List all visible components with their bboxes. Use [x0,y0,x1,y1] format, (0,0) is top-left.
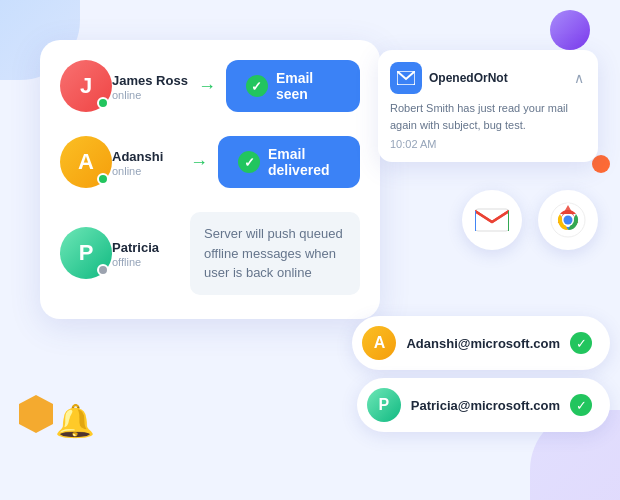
avatar-patricia: P [60,227,112,279]
email-confirm-check-adanshi: ✓ [570,332,592,354]
user-status-james: online [112,89,188,101]
email-status-james: Email seen [276,70,340,102]
email-confirm-patricia: P Patricia@microsoft.com ✓ [357,378,610,432]
user-status-patricia: offline [112,256,180,268]
status-dot-patricia [97,264,109,276]
notif-title: OpenedOrNot [429,71,508,85]
email-confirm-check-patricia: ✓ [570,394,592,416]
chrome-icon[interactable] [538,190,598,250]
email-status-adanshi: Email delivered [268,146,340,178]
notification-card: OpenedOrNot ∧ Robert Smith has just read… [378,50,598,162]
deco-hex [15,393,57,435]
svg-point-10 [564,216,573,225]
user-name-james: James Ross [112,73,188,88]
status-dot-adanshi [97,173,109,185]
notif-message: Robert Smith has just read your mail aga… [390,100,584,133]
check-icon-james: ✓ [246,75,268,97]
avatar-adanshi: A [60,136,112,188]
notif-time: 10:02 AM [390,138,584,150]
deco-purple-circle [550,10,590,50]
svg-marker-0 [19,395,53,433]
status-dot-james [97,97,109,109]
email-confirm-avatar-adanshi: A [362,326,396,360]
check-icon-adanshi: ✓ [238,151,260,173]
email-badge-james: ✓ Email seen [226,60,360,112]
gmail-icon[interactable] [462,190,522,250]
arrow-adanshi: → [190,152,208,173]
deco-orange-circle [592,155,610,173]
user-info-adanshi: Adanshi online [112,147,180,177]
email-confirm-text-patricia: Patricia@microsoft.com [411,398,560,413]
user-info-james: James Ross online [112,71,188,101]
user-status-adanshi: online [112,165,180,177]
user-row-patricia: P Patricia offline Server will push queu… [60,212,360,295]
offline-message-patricia: Server will push queued offline messages… [190,212,360,295]
email-confirm-avatar-patricia: P [367,388,401,422]
user-info-patricia: Patricia offline [112,238,180,268]
avatar-james: J [60,60,112,112]
scene: 〜〜 🔔 J James Ross online → ✓ Email seen [0,0,620,500]
arrow-james: → [198,76,216,97]
user-row-james: J James Ross online → ✓ Email seen [60,60,360,112]
main-card: J James Ross online → ✓ Email seen A Ada… [40,40,380,319]
user-row-adanshi: A Adanshi online → ✓ Email delivered [60,136,360,188]
app-icons-row [462,190,598,250]
collapse-icon[interactable]: ∧ [574,70,584,86]
user-name-patricia: Patricia [112,240,180,255]
envelope-icon [390,62,422,94]
email-badge-adanshi: ✓ Email delivered [218,136,360,188]
email-confirm-text-adanshi: Adanshi@microsoft.com [406,336,560,351]
notif-header: OpenedOrNot ∧ [390,62,584,94]
email-confirm-adanshi: A Adanshi@microsoft.com ✓ [352,316,610,370]
user-name-adanshi: Adanshi [112,149,180,164]
bell-icon: 🔔 [55,402,95,440]
svg-rect-3 [475,209,509,231]
notif-brand: OpenedOrNot [390,62,508,94]
